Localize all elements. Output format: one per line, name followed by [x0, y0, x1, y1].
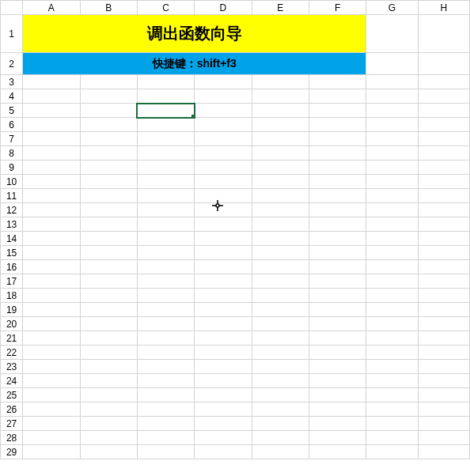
- cell-D7[interactable]: [195, 132, 252, 146]
- col-header-D[interactable]: D: [195, 1, 252, 15]
- cell-G2[interactable]: [366, 53, 418, 75]
- row-header-11[interactable]: 11: [1, 189, 23, 203]
- cell-H17[interactable]: [418, 274, 469, 289]
- row-header-13[interactable]: 13: [1, 217, 23, 232]
- select-all-corner[interactable]: [1, 1, 23, 15]
- cell-G22[interactable]: [366, 346, 418, 360]
- row-header-19[interactable]: 19: [1, 303, 23, 317]
- row-header-26[interactable]: 26: [1, 402, 23, 417]
- col-header-C[interactable]: C: [137, 1, 194, 15]
- cell-C14[interactable]: [137, 232, 194, 246]
- cell-C6[interactable]: [137, 118, 194, 132]
- cell-G13[interactable]: [366, 217, 418, 232]
- cell-H23[interactable]: [418, 360, 469, 374]
- row-header-24[interactable]: 24: [1, 374, 23, 388]
- cell-F19[interactable]: [309, 303, 366, 317]
- cell-D4[interactable]: [195, 89, 252, 104]
- col-header-A[interactable]: A: [23, 1, 80, 15]
- cell-C27[interactable]: [137, 417, 194, 431]
- cell-D16[interactable]: [195, 260, 252, 274]
- cell-E27[interactable]: [252, 417, 309, 431]
- cell-G16[interactable]: [366, 260, 418, 274]
- cell-A12[interactable]: [23, 203, 80, 217]
- row-header-3[interactable]: 3: [1, 75, 23, 89]
- row-header-29[interactable]: 29: [1, 445, 23, 459]
- cell-A25[interactable]: [23, 388, 80, 402]
- row-header-12[interactable]: 12: [1, 203, 23, 217]
- cell-D19[interactable]: [195, 303, 252, 317]
- cell-E7[interactable]: [252, 132, 309, 146]
- cell-B13[interactable]: [80, 217, 137, 232]
- cell-H5[interactable]: [418, 104, 469, 118]
- cell-G14[interactable]: [366, 232, 418, 246]
- cell-B7[interactable]: [80, 132, 137, 146]
- cell-D14[interactable]: [195, 232, 252, 246]
- cell-E17[interactable]: [252, 274, 309, 289]
- cell-C25[interactable]: [137, 388, 194, 402]
- cell-G5[interactable]: [366, 104, 418, 118]
- cell-B6[interactable]: [80, 118, 137, 132]
- cell-H1[interactable]: [418, 15, 469, 53]
- cell-F20[interactable]: [309, 317, 366, 331]
- row-header-5[interactable]: 5: [1, 104, 23, 118]
- cell-F29[interactable]: [309, 445, 366, 459]
- cell-D6[interactable]: [195, 118, 252, 132]
- cell-H29[interactable]: [418, 445, 469, 459]
- cell-B23[interactable]: [80, 360, 137, 374]
- cell-E22[interactable]: [252, 346, 309, 360]
- cell-C24[interactable]: [137, 374, 194, 388]
- cell-G11[interactable]: [366, 189, 418, 203]
- grid-table[interactable]: A B C D E F G H 1 调出函数向导 2 快捷键：shift+f3: [0, 0, 470, 459]
- cell-B29[interactable]: [80, 445, 137, 459]
- cell-C9[interactable]: [137, 161, 194, 175]
- cell-A23[interactable]: [23, 360, 80, 374]
- cell-B16[interactable]: [80, 260, 137, 274]
- cell-G10[interactable]: [366, 175, 418, 189]
- cell-A28[interactable]: [23, 431, 80, 445]
- cell-A22[interactable]: [23, 346, 80, 360]
- cell-F4[interactable]: [309, 89, 366, 104]
- cell-A26[interactable]: [23, 402, 80, 417]
- cell-D17[interactable]: [195, 274, 252, 289]
- cell-H6[interactable]: [418, 118, 469, 132]
- cell-A19[interactable]: [23, 303, 80, 317]
- cell-A7[interactable]: [23, 132, 80, 146]
- cell-G26[interactable]: [366, 402, 418, 417]
- cell-B28[interactable]: [80, 431, 137, 445]
- cell-C29[interactable]: [137, 445, 194, 459]
- cell-D13[interactable]: [195, 217, 252, 232]
- cell-D8[interactable]: [195, 146, 252, 161]
- cell-A17[interactable]: [23, 274, 80, 289]
- cell-C28[interactable]: [137, 431, 194, 445]
- cell-H12[interactable]: [418, 203, 469, 217]
- cell-G15[interactable]: [366, 246, 418, 260]
- cell-F9[interactable]: [309, 161, 366, 175]
- cell-H22[interactable]: [418, 346, 469, 360]
- row-header-10[interactable]: 10: [1, 175, 23, 189]
- cell-F10[interactable]: [309, 175, 366, 189]
- row-header-15[interactable]: 15: [1, 246, 23, 260]
- cell-B18[interactable]: [80, 289, 137, 303]
- cell-G18[interactable]: [366, 289, 418, 303]
- row-header-23[interactable]: 23: [1, 360, 23, 374]
- cell-A5[interactable]: [23, 104, 80, 118]
- cell-G20[interactable]: [366, 317, 418, 331]
- cell-E19[interactable]: [252, 303, 309, 317]
- cell-E10[interactable]: [252, 175, 309, 189]
- cell-A29[interactable]: [23, 445, 80, 459]
- cell-F17[interactable]: [309, 274, 366, 289]
- cell-E25[interactable]: [252, 388, 309, 402]
- cell-C15[interactable]: [137, 246, 194, 260]
- cell-F28[interactable]: [309, 431, 366, 445]
- spreadsheet-grid[interactable]: A B C D E F G H 1 调出函数向导 2 快捷键：shift+f3: [0, 0, 470, 476]
- cell-D23[interactable]: [195, 360, 252, 374]
- cell-H26[interactable]: [418, 402, 469, 417]
- cell-C4[interactable]: [137, 89, 194, 104]
- cell-G9[interactable]: [366, 161, 418, 175]
- cell-H10[interactable]: [418, 175, 469, 189]
- cell-E6[interactable]: [252, 118, 309, 132]
- cell-G3[interactable]: [366, 75, 418, 89]
- cell-C11[interactable]: [137, 189, 194, 203]
- row-header-21[interactable]: 21: [1, 331, 23, 346]
- cell-A18[interactable]: [23, 289, 80, 303]
